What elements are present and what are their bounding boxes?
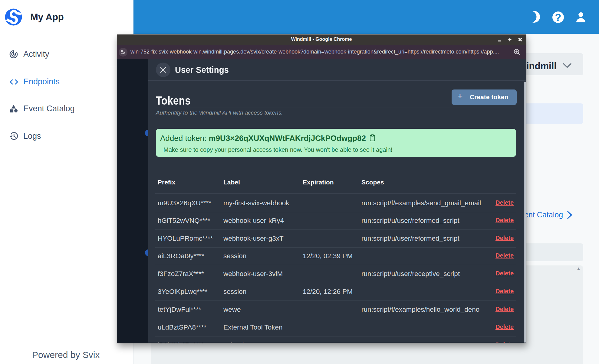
- svg-text:?: ?: [555, 11, 561, 23]
